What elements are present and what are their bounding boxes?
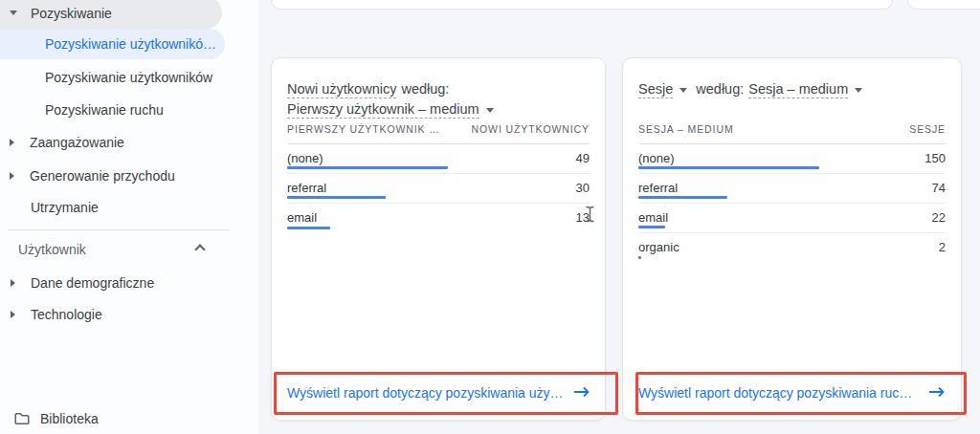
row-value: 74 [932,181,946,195]
sessions-by-medium-card: Sesjewedług:Sesja – medium SESJA – MEDIU… [622,57,962,421]
row-label: (none) [287,151,323,165]
dimension-column-header: PIERWSZY UŻYTKOWNIK … [287,123,440,135]
row-label: organic [638,240,679,254]
caret-right-icon [11,279,15,287]
table-header-row: PIERWSZY UŻYTKOWNIK … NOWI UŻYTKOWNICY [287,123,590,144]
table-row: referral 74 [638,174,946,204]
table-row: email 22 [638,204,946,233]
sidebar-item-label: Biblioteka [40,411,99,426]
ga4-reports-screen: Pozyskiwanie Pozyskiwanie użytkownikó… P… [0,0,980,434]
row-label: (none) [638,151,675,165]
caret-down-icon [10,11,17,15]
report-nav-sidebar: Pozyskiwanie Pozyskiwanie użytkownikó… P… [0,0,258,434]
row-bar [287,196,386,199]
arrow-right-icon[interactable] [928,384,946,401]
caret-right-icon [10,139,14,146]
caret-down-icon [855,88,862,93]
chevron-up-icon[interactable] [194,244,205,254]
caret-right-icon [11,311,15,318]
metric-column-header: SESJE [909,123,946,135]
text-cursor-pointer [585,206,595,227]
row-value: 22 [932,210,946,225]
sidebar-group-generowanie-przychodu[interactable]: Generowanie przychodu [0,160,239,192]
row-value: 30 [576,181,590,195]
caret-down-icon [486,108,494,113]
sidebar-item-pozyskiwanie-uzytkownikow[interactable]: Pozyskiwanie użytkowników [0,61,239,94]
row-value: 150 [924,151,946,165]
title-suffix: według: [401,81,449,97]
card-title: Nowi użytkownicywedług: Pierwszy użytkow… [287,79,494,119]
row-bar [638,166,819,169]
folder-icon [13,410,31,427]
card-footer: Wyświetl raport dotyczący pozyskiwania r… [638,384,946,401]
sidebar-group-label: Dane demograficzne [31,275,154,291]
sidebar-group-label: Zaangażowanie [30,135,124,150]
sidebar-item-label: Pozyskiwanie użytkowników [45,70,212,85]
sidebar-divider [8,229,230,230]
table-row: referral 30 [287,174,590,204]
top-toolbar-card-right-cutoff [907,0,980,10]
caret-right-icon [10,172,14,180]
sidebar-item-label: Pozyskiwanie użytkownikó… [45,36,216,52]
row-label: email [287,210,317,225]
row-bar [638,256,641,259]
sidebar-group-zaangazowanie[interactable]: Zaangażowanie [0,126,239,159]
table-row: (none) 49 [287,144,590,174]
metric-dropdown[interactable]: Sesje [638,81,673,98]
row-value: 49 [576,151,590,165]
top-toolbar-card-cutoff [271,0,893,10]
sidebar-item-pozyskiwanie-ruchu[interactable]: Pozyskiwanie ruchu [0,94,239,126]
dimension-dropdown[interactable]: Pierwszy użytkownik – medium [287,101,479,119]
sidebar-group-label: Technologie [31,307,102,322]
row-value: 2 [939,240,946,254]
sidebar-group-technologie[interactable]: Technologie [0,298,239,331]
dimension-column-header: SESJA – MEDIUM [638,123,734,135]
sidebar-item-pozyskiwanie-uzytkownikow-overview[interactable]: Pozyskiwanie użytkownikó… [0,29,225,59]
sidebar-item-label: Utrzymanie [31,200,99,215]
sidebar-group-pozyskiwanie[interactable]: Pozyskiwanie [0,0,222,29]
arrow-right-icon[interactable] [573,384,590,401]
table-row: (none) 150 [638,144,946,174]
sessions-table: SESJA – MEDIUM SESJE (none) 150 referral… [638,123,946,263]
row-bar [638,226,665,228]
view-traffic-acquisition-report-link[interactable]: Wyświetl raport dotyczący pozyskiwania r… [638,385,912,401]
table-row: email 13 [287,204,590,233]
card-title: Sesjewedług:Sesja – medium [638,79,862,99]
sidebar-section-title: Użytkownik [18,242,86,257]
row-bar [638,196,727,199]
caret-down-icon [679,88,687,93]
sidebar-group-dane-demograficzne[interactable]: Dane demograficzne [0,267,239,299]
row-bar [287,166,448,169]
title-connector: według: [696,81,744,97]
metric-dropdown[interactable]: Nowi użytkownicy [287,81,396,98]
row-label: email [638,210,668,225]
row-label: referral [287,181,326,195]
sidebar-group-label: Generowanie przychodu [30,168,175,184]
view-user-acquisition-report-link[interactable]: Wyświetl raport dotyczący pozyskiwania u… [287,385,564,401]
sidebar-section-uzytkownik[interactable]: Użytkownik [0,233,239,266]
sidebar-item-biblioteka[interactable]: Biblioteka [0,402,239,434]
new-users-table: PIERWSZY UŻYTKOWNIK … NOWI UŻYTKOWNICY (… [287,123,590,233]
card-footer: Wyświetl raport dotyczący pozyskiwania u… [287,384,590,401]
table-header-row: SESJA – MEDIUM SESJE [638,123,946,144]
dimension-dropdown[interactable]: Sesja – medium [748,81,848,98]
row-bar [287,227,330,229]
new-users-by-medium-card: Nowi użytkownicywedług: Pierwszy użytkow… [271,57,606,421]
sidebar-item-utrzymanie[interactable]: Utrzymanie [0,191,239,224]
table-row: organic 2 [638,233,946,263]
metric-column-header: NOWI UŻYTKOWNICY [472,123,590,135]
sidebar-item-label: Pozyskiwanie ruchu [45,102,164,118]
sidebar-group-label: Pozyskiwanie [31,6,112,21]
row-label: referral [638,181,678,195]
